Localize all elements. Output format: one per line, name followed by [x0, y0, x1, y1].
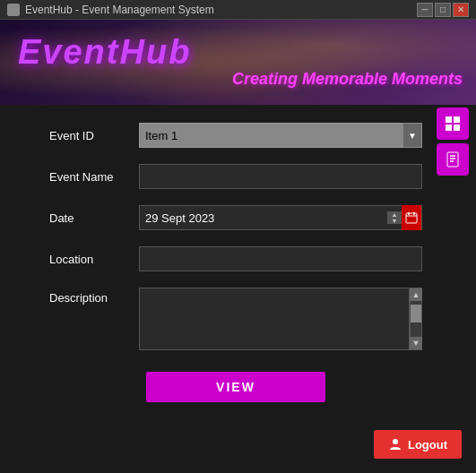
title-bar-title: EventHub - Event Management System [25, 4, 214, 16]
logout-button[interactable]: Logout [374, 430, 462, 459]
date-input[interactable] [140, 208, 387, 228]
svg-rect-8 [406, 213, 417, 223]
location-row: Location [49, 246, 422, 271]
location-input[interactable] [139, 246, 422, 271]
scrollbar-down-button[interactable]: ▼ [410, 337, 422, 349]
description-wrapper: ▲ ▼ [139, 288, 422, 350]
description-scrollbar: ▲ ▼ [410, 288, 422, 350]
scrollbar-thumb [411, 305, 421, 322]
event-id-label: Event ID [49, 129, 139, 142]
view-button[interactable]: VIEW [146, 372, 325, 402]
title-bar-left: EventHub - Event Management System [7, 4, 214, 16]
date-spin-down[interactable]: ▼ [387, 218, 402, 224]
main-content: Event ID Item 1 ▼ Event Name Date ▲ ▼ [0, 105, 476, 420]
date-label: Date [49, 211, 139, 225]
event-id-select[interactable]: Item 1 [139, 123, 422, 148]
event-name-input[interactable] [139, 164, 422, 189]
app-icon [7, 4, 20, 16]
description-label: Description [49, 288, 139, 305]
title-bar: EventHub - Event Management System ─ □ ✕ [0, 0, 476, 20]
date-spinners: ▲ ▼ [387, 211, 402, 224]
date-calendar-button[interactable] [402, 205, 421, 230]
location-label: Location [49, 253, 139, 266]
event-id-select-wrapper: Item 1 ▼ [139, 123, 422, 148]
scrollbar-track [411, 301, 421, 337]
event-name-row: Event Name [49, 164, 422, 189]
calendar-icon [405, 211, 418, 224]
scrollbar-up-button[interactable]: ▲ [410, 288, 422, 301]
view-button-row: VIEW [49, 372, 422, 402]
svg-point-12 [393, 439, 398, 444]
person-icon [388, 437, 402, 452]
date-row: Date ▲ ▼ [49, 205, 422, 230]
logout-label: Logout [408, 438, 447, 452]
date-wrapper: ▲ ▼ [139, 205, 422, 230]
maximize-button[interactable]: □ [435, 3, 451, 17]
event-name-label: Event Name [49, 170, 139, 184]
event-id-row: Event ID Item 1 ▼ [49, 123, 422, 148]
close-button[interactable]: ✕ [453, 3, 469, 17]
app-logo: EventHub [18, 33, 191, 72]
minimize-button[interactable]: ─ [417, 3, 433, 17]
description-row: Description ▲ ▼ [49, 288, 422, 350]
header-banner: EventHub Creating Memorable Moments [0, 20, 476, 105]
description-input[interactable] [139, 288, 410, 350]
title-bar-controls: ─ □ ✕ [417, 3, 469, 17]
date-spin-up[interactable]: ▲ [387, 211, 402, 218]
header-tagline: Creating Memorable Moments [232, 70, 463, 89]
